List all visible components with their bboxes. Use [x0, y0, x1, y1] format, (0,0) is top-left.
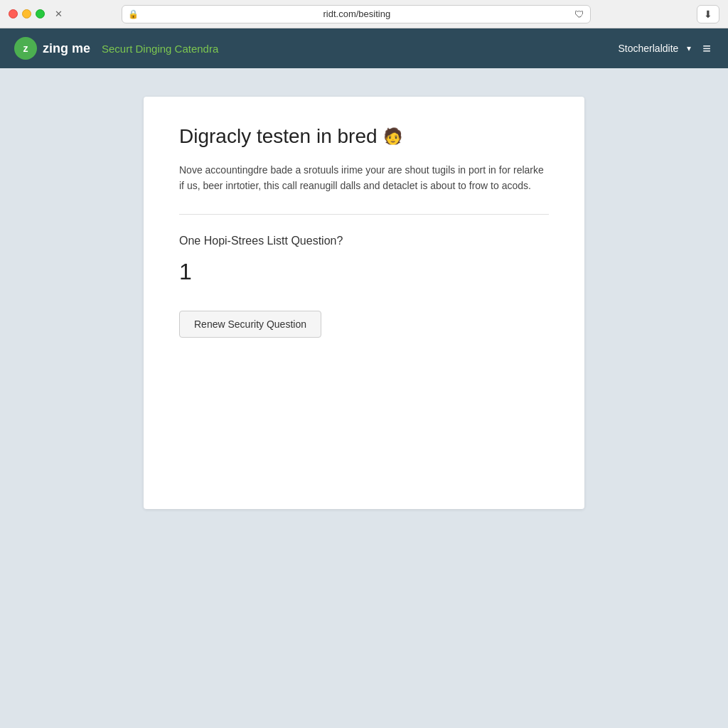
download-icon: ⬇	[704, 9, 712, 20]
chevron-down-icon[interactable]: ▾	[687, 43, 691, 53]
divider	[179, 214, 549, 215]
hamburger-menu-button[interactable]: ≡	[700, 38, 714, 60]
question-label: One Hopi-Strees Listt Question?	[179, 235, 549, 247]
browser-chrome: ✕ 🔒 ridt.com/besiting 🛡 ⬇	[0, 0, 728, 28]
traffic-light-red[interactable]	[9, 9, 18, 18]
traffic-light-green[interactable]	[36, 9, 45, 18]
question-answer: 1	[179, 259, 549, 285]
traffic-lights	[9, 9, 45, 18]
address-bar[interactable]: 🔒 ridt.com/besiting 🛡	[122, 5, 591, 23]
lock-icon: 🔒	[128, 9, 139, 19]
card-title-text: Digracly testen in bred	[179, 125, 378, 148]
page-background: Digracly testen in bred 🧑 Nove accountin…	[0, 68, 728, 728]
renew-security-question-button[interactable]: Renew Security Question	[179, 311, 321, 338]
card-description: Nove accountingdre bade a srotuuls irime…	[179, 162, 549, 194]
close-button[interactable]: ✕	[52, 9, 65, 19]
brand-name: zing me	[43, 41, 90, 56]
download-button[interactable]: ⬇	[697, 5, 719, 23]
brand-logo: z	[14, 37, 37, 60]
brand: z zing me	[14, 37, 90, 60]
title-icon: 🧑	[383, 127, 402, 146]
url-text: ridt.com/besiting	[143, 9, 570, 19]
user-name: Stocherlaldite	[619, 43, 679, 54]
card-title: Digracly testen in bred 🧑	[179, 125, 549, 148]
nav-subtitle: Securt Dinging Catendra	[102, 43, 218, 55]
security-icon: 🛡	[574, 9, 584, 20]
navbar: z zing me Securt Dinging Catendra Stoche…	[0, 28, 728, 68]
brand-initial: z	[23, 43, 28, 54]
traffic-light-yellow[interactable]	[22, 9, 31, 18]
content-card: Digracly testen in bred 🧑 Nove accountin…	[144, 97, 584, 509]
navbar-right: Stocherlaldite ▾ ≡	[619, 38, 714, 60]
